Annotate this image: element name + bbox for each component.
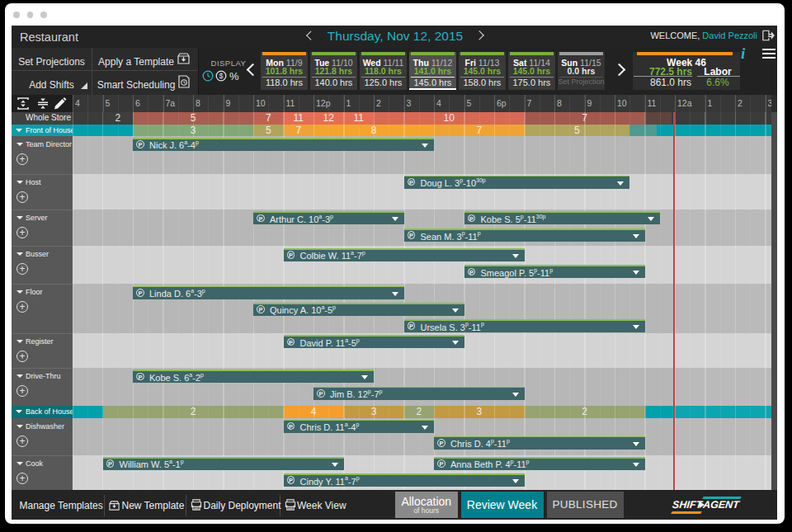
svg-text:$: $ [219,72,223,80]
